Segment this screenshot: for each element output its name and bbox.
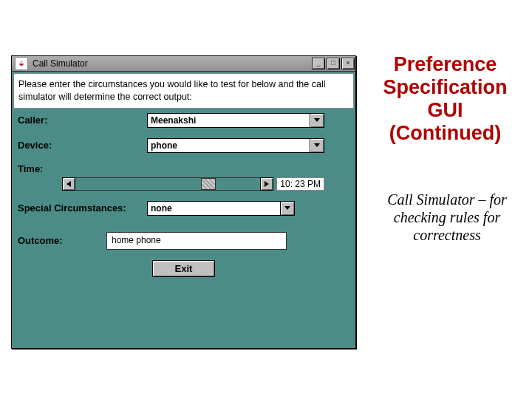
outcome-label: Outcome:	[18, 235, 106, 246]
device-combo[interactable]: phone	[147, 138, 324, 153]
window-controls: _ □ ×	[311, 57, 355, 70]
minimize-button[interactable]: _	[312, 58, 325, 69]
caller-label: Caller:	[18, 115, 147, 126]
caller-row: Caller: Meenakshi	[18, 113, 349, 128]
caller-value[interactable]: Meenakshi	[147, 113, 310, 128]
time-value: 10: 23 PM	[276, 177, 324, 191]
maximize-button[interactable]: □	[327, 58, 340, 69]
special-row: Special Circumstances: none	[18, 201, 349, 216]
slide-subtitle: Call Simulator – for checking rules for …	[384, 191, 510, 244]
slider-thumb[interactable]	[201, 178, 216, 190]
java-cup-icon	[15, 57, 28, 70]
outcome-value: home phone	[106, 232, 287, 250]
chevron-down-icon[interactable]	[310, 113, 324, 128]
window-title: Call Simulator	[31, 58, 311, 69]
app-window: Call Simulator _ □ × Please enter the ci…	[11, 55, 356, 349]
chevron-down-icon[interactable]	[310, 138, 324, 153]
special-label: Special Circumstances:	[18, 202, 147, 214]
time-slider: 10: 23 PM	[62, 177, 324, 191]
special-combo[interactable]: none	[147, 201, 295, 216]
time-label: Time:	[18, 163, 147, 174]
device-label: Device:	[18, 140, 147, 151]
titlebar: Call Simulator _ □ ×	[12, 56, 355, 72]
slider-track[interactable]	[75, 177, 260, 191]
exit-button[interactable]: Exit	[152, 260, 216, 277]
device-value[interactable]: phone	[147, 138, 310, 153]
time-row: Time:	[18, 163, 349, 174]
exit-row: Exit	[18, 260, 349, 277]
outcome-row: Outcome: home phone	[18, 232, 349, 250]
device-row: Device: phone	[18, 138, 349, 153]
close-button[interactable]: ×	[341, 58, 355, 69]
caller-combo[interactable]: Meenakshi	[147, 113, 324, 128]
chevron-down-icon[interactable]	[280, 201, 295, 216]
instructions-text: Please enter the circumstances you would…	[13, 73, 354, 109]
slide-title: Preference Specification GUI (Continued)	[369, 53, 521, 145]
form-area: Caller: Meenakshi Device: phone Time:	[12, 110, 355, 277]
slider-left-arrow-icon[interactable]	[62, 177, 75, 191]
special-value[interactable]: none	[147, 201, 280, 216]
slider-right-arrow-icon[interactable]	[260, 177, 273, 191]
